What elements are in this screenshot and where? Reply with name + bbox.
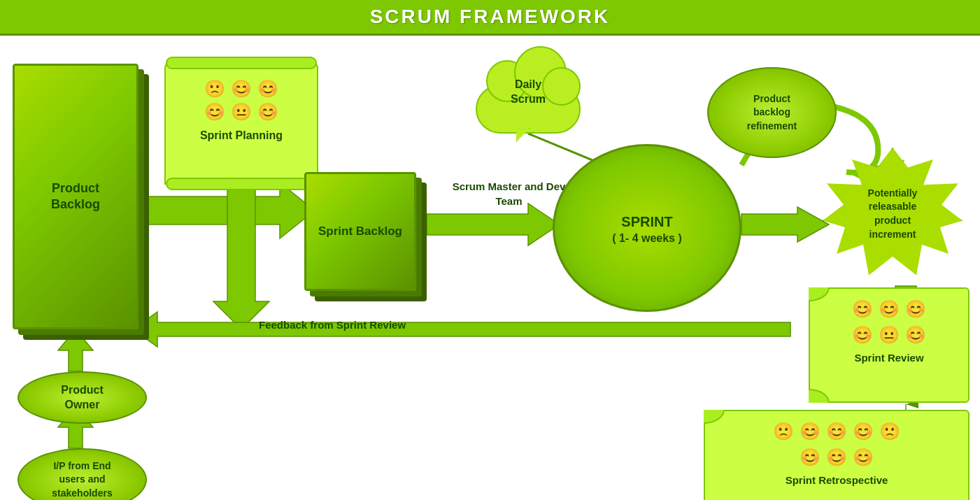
sprint-planning: 🙁 😊 😊 😊 😐 😊 Sprint Planning: [164, 62, 318, 185]
scroll-bottom-curl: [166, 178, 317, 190]
starburst-container: Potentiallyreleasableproductincrement: [819, 144, 973, 284]
svg-marker-2: [140, 183, 315, 238]
sprint-planning-label: Sprint Planning: [200, 129, 283, 142]
sprint-retro-label: Sprint Retrospective: [786, 474, 888, 486]
review-emoji-6: 😊: [905, 325, 926, 345]
sprint-backlog-label: Sprint Backlog: [318, 224, 402, 239]
sprint-review: 😊 😊 😊 😊 😐 😊 Sprint Review: [809, 287, 970, 403]
retro-emoji-6: 😊: [800, 448, 821, 467]
svg-marker-3: [213, 186, 269, 329]
scroll-curl-bl-review: [809, 389, 830, 403]
sprint-planning-content: 🙁 😊 😊 😊 😐 😊 Sprint Planning: [200, 79, 283, 142]
daily-scrum-cloud: DailyScrum: [469, 57, 588, 134]
emoji-2: 😊: [231, 79, 252, 99]
retro-emoji-2: 😊: [800, 422, 821, 441]
retro-emoji-8: 😊: [853, 448, 874, 467]
sprint-backlog: Sprint Backlog: [304, 172, 427, 301]
ip-ellipse-container: I/P from Endusers andstakeholders: [17, 448, 147, 500]
retro-emoji-4: 😊: [853, 422, 874, 441]
emoji-1: 🙁: [204, 79, 225, 99]
content-area: ProductBacklog 🙁 😊 😊 😊 😐 😊: [0, 36, 980, 500]
emoji-4: 😊: [204, 102, 225, 122]
review-emoji-row-2: 😊 😐 😊: [852, 325, 926, 345]
sprint-retro: 🙁 😊 😊 😊 🙁 😊 😊 😊 Sprint Retrospective: [704, 410, 970, 500]
main-container: SCRUM FRAMEWORK: [0, 0, 980, 500]
sprint-planning-scroll: 🙁 😊 😊 😊 😐 😊 Sprint Planning: [164, 62, 318, 185]
product-backlog-box: ProductBacklog: [13, 64, 139, 329]
svg-marker-4: [427, 203, 560, 245]
product-backlog-label: ProductBacklog: [51, 180, 100, 213]
review-emoji-4: 😊: [852, 325, 873, 345]
sprint-ellipse-inner: SPRINT ( 1- 4 weeks ): [553, 144, 741, 312]
sprint-review-scroll: 😊 😊 😊 😊 😐 😊 Sprint Review: [809, 287, 970, 403]
page-title: SCRUM FRAMEWORK: [370, 6, 611, 27]
review-emoji-2: 😊: [879, 299, 900, 319]
svg-line-11: [504, 221, 553, 224]
emoji-row-1: 🙁 😊 😊: [204, 79, 278, 99]
sprint-sublabel: ( 1- 4 weeks ): [612, 232, 682, 245]
emoji-row-2: 😊 😐 😊: [204, 102, 278, 122]
header-bar: SCRUM FRAMEWORK: [0, 0, 980, 36]
review-emoji-3: 😊: [905, 299, 926, 319]
sprint-review-label: Sprint Review: [854, 352, 923, 364]
svg-marker-5: [741, 207, 829, 242]
retro-emojis: 🙁 😊 😊 😊 🙁 😊 😊 😊: [773, 422, 900, 471]
retro-emoji-row-2: 😊 😊 😊: [800, 448, 874, 467]
retro-emoji-7: 😊: [826, 448, 847, 467]
sprint-retro-scroll: 🙁 😊 😊 😊 🙁 😊 😊 😊 Sprint Retrospective: [704, 410, 970, 500]
scroll-curl-tl-review: [809, 287, 830, 301]
ip-label: I/P from Endusers andstakeholders: [52, 459, 112, 500]
product-owner-label: ProductOwner: [61, 383, 103, 413]
emoji-5: 😐: [231, 102, 252, 122]
retro-emoji-row-1: 🙁 😊 😊 😊 🙁: [773, 422, 900, 441]
review-emoji-5: 😐: [879, 325, 900, 345]
daily-scrum-label: DailyScrum: [469, 78, 588, 107]
retro-emoji-3: 😊: [826, 422, 847, 441]
product-owner: ProductOwner: [17, 371, 147, 424]
scroll-top-curl: [166, 57, 317, 69]
cloud-tail: [516, 128, 530, 142]
retro-emoji-1: 🙁: [773, 422, 794, 441]
daily-scrum: DailyScrum: [469, 57, 588, 134]
starburst-label: Potentiallyreleasableproductincrement: [868, 187, 918, 241]
sprint-backlog-box: Sprint Backlog: [304, 172, 416, 291]
svg-marker-8: [133, 312, 790, 347]
starburst: Potentiallyreleasableproductincrement: [819, 144, 966, 284]
product-owner-ellipse: ProductOwner: [17, 371, 147, 424]
sprint-label: SPRINT: [621, 211, 672, 232]
refinement-label: Productbacklogrefinement: [747, 92, 797, 134]
review-emojis: 😊 😊 😊 😊 😐 😊: [852, 299, 926, 348]
product-backlog: ProductBacklog: [13, 64, 152, 336]
feedback-label: Feedback from Sprint Review: [259, 319, 406, 331]
review-emoji-1: 😊: [852, 299, 873, 319]
sprint-ellipse: SPRINT ( 1- 4 weeks ): [553, 144, 741, 312]
refinement-inner: Productbacklogrefinement: [707, 67, 837, 158]
emoji-3: 😊: [257, 79, 278, 99]
refinement-ellipse: Productbacklogrefinement: [707, 67, 837, 158]
retro-emoji-5: 🙁: [879, 422, 900, 441]
review-emoji-row-1: 😊 😊 😊: [852, 299, 926, 319]
scroll-curl-tl-retro: [704, 410, 725, 424]
ip-ellipse: I/P from Endusers andstakeholders: [17, 448, 147, 500]
emoji-6: 😊: [257, 102, 278, 122]
